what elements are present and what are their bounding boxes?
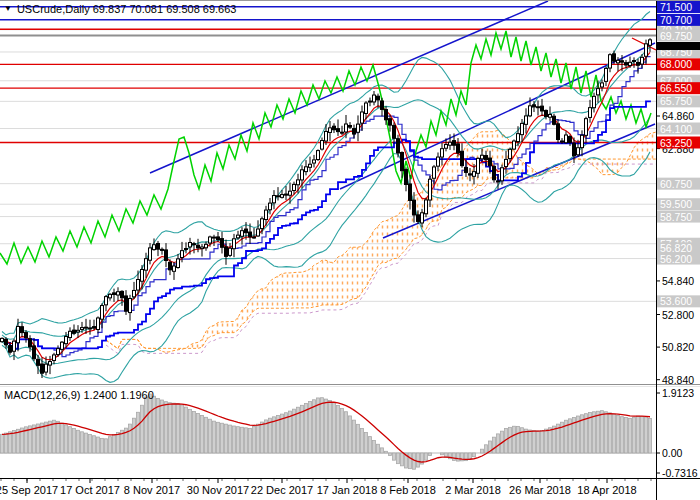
ichimoku-cloud	[106, 130, 662, 352]
svg-text:53.600: 53.600	[660, 295, 692, 307]
macd-pane	[0, 394, 656, 469]
svg-text:30 Nov 2017: 30 Nov 2017	[187, 484, 249, 496]
svg-text:25 Sep 2017: 25 Sep 2017	[0, 484, 58, 496]
svg-text:18 Apr 2018: 18 Apr 2018	[577, 484, 636, 496]
symbol-ohlc-text: USCrude,Daily 69.837 70.081 69.508 69.66…	[17, 3, 237, 15]
svg-text:22 Dec 2017: 22 Dec 2017	[251, 484, 313, 496]
svg-text:17 Jan 2018: 17 Jan 2018	[317, 484, 378, 496]
svg-text:1.9123: 1.9123	[662, 387, 694, 399]
green-indicator-line	[0, 31, 651, 264]
svg-text:65.750: 65.750	[660, 95, 692, 107]
dropdown-triangle-icon[interactable]: ▼	[4, 5, 12, 13]
main-chart-pane	[0, 1, 662, 382]
svg-text:26 Mar 2018: 26 Mar 2018	[509, 484, 571, 496]
current-price-marker	[657, 42, 700, 50]
svg-text:0.00: 0.00	[662, 447, 683, 459]
svg-text:71.500: 71.500	[660, 1, 692, 13]
price-axis[interactable]: 70.10069.75068.75067.00065.75064.10060.7…	[656, 1, 700, 479]
svg-text:17 Oct 2017: 17 Oct 2017	[60, 484, 120, 496]
svg-text:59.500: 59.500	[660, 198, 692, 210]
chart-canvas[interactable]: 70.10069.75068.75067.00065.75064.10060.7…	[0, 1, 700, 500]
svg-text:63.250: 63.250	[660, 137, 692, 149]
macd-indicator-label: MACD(12,26,9) 1.2400 1.1960	[4, 389, 154, 401]
svg-text:70.700: 70.700	[660, 14, 692, 26]
svg-text:64.100: 64.100	[660, 123, 692, 135]
svg-text:69.750: 69.750	[660, 30, 692, 42]
svg-text:68.000: 68.000	[660, 58, 692, 70]
svg-text:66.550: 66.550	[660, 82, 692, 94]
svg-text:48.840: 48.840	[662, 374, 694, 386]
svg-text:54.840: 54.840	[662, 275, 694, 287]
svg-text:-0.7316: -0.7316	[662, 467, 698, 479]
date-axis[interactable]: 25 Sep 201717 Oct 20178 Nov 201730 Nov 2…	[0, 479, 651, 496]
svg-text:56.200: 56.200	[660, 253, 692, 265]
svg-text:8 Nov 2017: 8 Nov 2017	[124, 484, 180, 496]
svg-text:50.820: 50.820	[662, 341, 694, 353]
svg-text:58.750: 58.750	[660, 211, 692, 223]
svg-text:64.860: 64.860	[662, 110, 694, 122]
symbol-title: ▼ USCrude,Daily 69.837 70.081 69.508 69.…	[4, 3, 236, 15]
trading-chart-window: 70.10069.75068.75067.00065.75064.10060.7…	[0, 0, 700, 500]
svg-text:8 Feb 2018: 8 Feb 2018	[380, 484, 436, 496]
svg-text:52.800: 52.800	[662, 309, 694, 321]
svg-text:2 Mar 2018: 2 Mar 2018	[445, 484, 501, 496]
svg-text:60.750: 60.750	[660, 178, 692, 190]
red-ma-line	[2, 52, 650, 360]
